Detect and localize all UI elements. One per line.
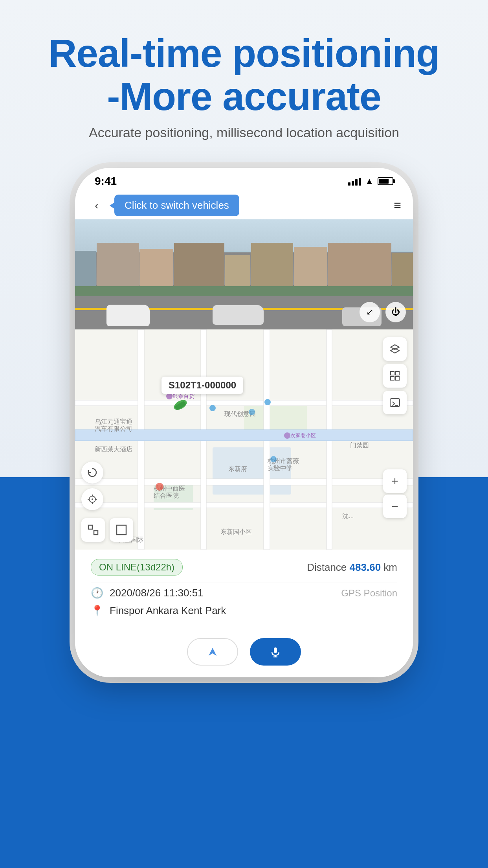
vehicle-car-icon [172,399,188,409]
power-button[interactable]: ⏻ [385,302,406,322]
svg-text:结合医院: 结合医院 [154,492,179,499]
svg-text:实验中学: 实验中学 [268,465,293,471]
streetview-controls: ⤢ ⏻ [360,302,406,322]
nav-bar: ‹ Click to switch vehicles ≡ [75,191,413,219]
street-view-panel: ⤢ ⏻ [75,219,413,329]
zoom-out-button[interactable]: − [383,495,407,518]
svg-point-18 [156,483,163,491]
expand-button[interactable]: ⤢ [360,302,380,322]
svg-rect-5 [75,400,413,406]
vehicle-id-label: S102T1-000000 [161,377,243,394]
mic-button[interactable] [250,638,301,666]
signal-bars-icon [348,177,361,186]
svg-text:沈...: 沈... [342,513,354,519]
battery-fill [379,179,389,184]
svg-point-20 [249,409,255,415]
navigate-button[interactable] [187,638,238,666]
svg-marker-38 [391,348,399,353]
refresh-button[interactable] [81,462,103,484]
svg-point-29 [166,393,172,399]
frame2-button[interactable] [110,518,133,542]
phone-mockup: 9:41 ▲ ‹ Click to switch vehicles ≡ [75,168,413,677]
svg-point-24 [270,456,277,462]
svg-text:新西莱大酒店: 新西莱大酒店 [95,446,132,452]
svg-rect-42 [396,377,399,380]
back-button[interactable]: ‹ [87,196,106,215]
svg-point-31 [284,432,290,439]
map-left-controls [81,462,103,510]
pin-icon: 📍 [91,605,103,617]
svg-rect-40 [396,371,399,375]
distance-info: Distance 483.60 km [307,561,397,574]
svg-text:东新府: 东新府 [228,465,247,472]
car-on-road [106,305,150,326]
location-text: Finspor Ankara Kent Park [110,605,226,617]
distance-unit: km [383,561,397,573]
layers-button[interactable] [383,337,407,361]
svg-rect-52 [94,531,98,535]
status-row: ON LINE(13d22h) Distance 483.60 km [91,559,397,576]
datetime-text: 2020/08/26 11:30:51 [110,587,204,599]
wifi-icon: ▲ [365,176,374,186]
svg-rect-55 [274,647,277,653]
grid-button[interactable] [383,364,407,388]
divider-1 [91,583,397,583]
location-row: 📍 Finspor Ankara Kent Park [91,605,397,617]
svg-text:乌江元通宝通: 乌江元通宝通 [95,418,132,425]
svg-text:次家巷小区: 次家巷小区 [290,432,316,438]
svg-text:门禁园: 门禁园 [350,442,369,449]
svg-point-34 [264,399,271,405]
battery-icon [378,177,393,185]
svg-rect-53 [117,525,126,535]
zoom-controls: + − [383,469,407,518]
clock-icon: 🕐 [91,587,103,599]
svg-text:东新园小区: 东新园小区 [220,528,252,535]
svg-rect-51 [88,525,92,529]
status-time: 9:41 [95,175,117,188]
status-icons: ▲ [348,176,393,186]
distance-value: 483.60 [350,561,381,573]
car-on-road-2 [213,305,264,325]
position-type-badge: GPS Position [341,588,397,599]
locate-button[interactable] [81,488,103,510]
zoom-in-button[interactable]: + [383,469,407,493]
headline-subtitle: Accurate positioning, millisecond locati… [48,125,440,140]
menu-button[interactable]: ≡ [394,198,401,213]
status-bar: 9:41 ▲ [75,168,413,191]
svg-rect-39 [391,371,394,375]
datetime-row: 🕐 2020/08/26 11:30:51 GPS Position [91,587,397,599]
map-container[interactable]: 乌江元通宝通 汽车有限公司 新西莱大酒店 杭州中西医 结合医院 现代创意园 东新… [75,329,413,550]
terminal-button[interactable] [383,391,407,414]
svg-text:汽车有限公司: 汽车有限公司 [95,425,132,432]
svg-rect-7 [75,502,413,508]
map-frame-controls [81,518,133,542]
svg-marker-54 [209,648,216,656]
headline-title: Real-time positioning -More accurate [48,31,440,118]
switch-vehicles-tooltip[interactable]: Click to switch vehicles [114,195,239,216]
title-line2: -More accurate [107,74,381,118]
online-status-badge: ON LINE(13d22h) [91,559,183,576]
svg-marker-37 [391,345,399,349]
svg-rect-41 [391,377,394,380]
headline-section: Real-time positioning -More accurate Acc… [48,31,440,140]
distance-label: Distance [307,561,347,573]
phone-body: 9:41 ▲ ‹ Click to switch vehicles ≡ [75,168,413,677]
frame1-button[interactable] [81,518,105,542]
map-roads-svg: 乌江元通宝通 汽车有限公司 新西莱大酒店 杭州中西医 结合医院 现代创意园 东新… [75,329,413,550]
action-buttons-bar [75,630,413,677]
title-line1: Real-time positioning [48,31,440,75]
svg-point-46 [92,498,93,500]
map-toolbar [383,337,407,414]
svg-point-33 [209,405,216,411]
svg-rect-6 [75,479,413,485]
info-panel: ON LINE(13d22h) Distance 483.60 km 🕐 202… [75,550,413,630]
